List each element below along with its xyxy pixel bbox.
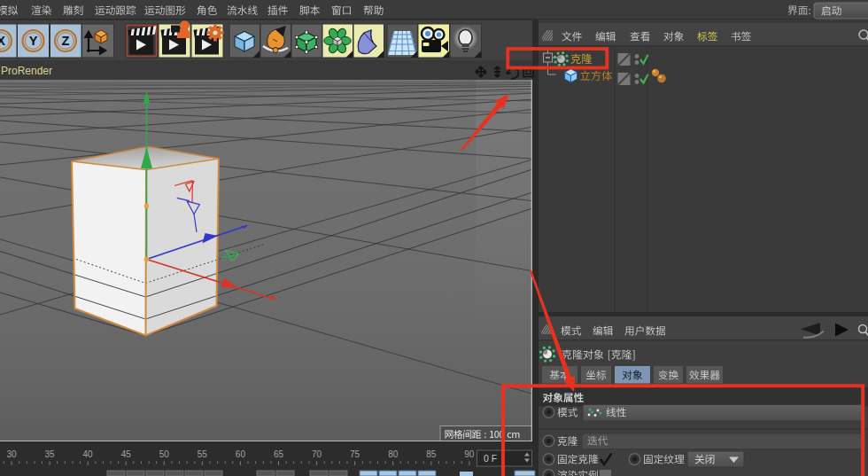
svg-text:0 F: 0 F xyxy=(484,453,497,464)
svg-text:X: X xyxy=(0,34,5,48)
svg-text:Z: Z xyxy=(62,34,70,48)
svg-text:70: 70 xyxy=(312,449,322,459)
svg-text:75: 75 xyxy=(350,449,360,459)
svg-text:30: 30 xyxy=(6,449,17,459)
svg-text:65: 65 xyxy=(274,449,284,459)
svg-text:ProRender: ProRender xyxy=(1,65,52,77)
svg-text:Y: Y xyxy=(29,34,38,48)
svg-text:45: 45 xyxy=(121,449,132,459)
svg-text:85: 85 xyxy=(426,449,437,459)
svg-text:40: 40 xyxy=(83,449,94,459)
svg-text:90: 90 xyxy=(464,449,475,459)
svg-text:60: 60 xyxy=(236,449,246,459)
svg-text:50: 50 xyxy=(159,449,170,459)
svg-text:80: 80 xyxy=(388,449,399,459)
svg-text:55: 55 xyxy=(198,449,208,459)
svg-text:35: 35 xyxy=(45,449,56,459)
